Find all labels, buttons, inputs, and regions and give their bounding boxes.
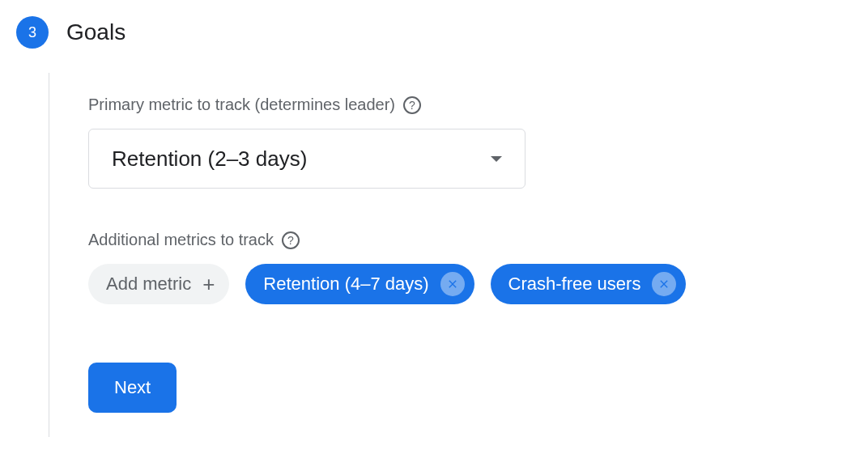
primary-metric-select[interactable]: Retention (2–3 days) [88,129,525,189]
metric-chip: Crash-free users [491,264,687,304]
step-body: Primary metric to track (determines lead… [49,73,852,437]
primary-metric-label-text: Primary metric to track (determines lead… [88,95,395,114]
add-metric-label: Add metric [106,274,191,295]
primary-metric-label: Primary metric to track (determines lead… [88,95,852,114]
additional-metrics-label-text: Additional metrics to track [88,231,274,249]
metric-chip-label: Crash-free users [508,274,641,295]
close-icon [446,278,459,291]
metric-chip: Retention (4–7 days) [245,264,474,304]
caret-down-icon [491,156,502,162]
metric-chip-label: Retention (4–7 days) [263,274,428,295]
step-title: Goals [66,19,126,45]
metrics-chips-row: Add metric + Retention (4–7 days) Crash-… [88,264,852,304]
help-icon[interactable]: ? [282,231,300,249]
additional-metrics-label: Additional metrics to track ? [88,231,852,249]
add-metric-chip[interactable]: Add metric + [88,264,229,304]
next-button[interactable]: Next [88,363,177,413]
help-icon[interactable]: ? [403,96,421,114]
remove-metric-button[interactable] [440,272,465,296]
primary-metric-value: Retention (2–3 days) [112,146,307,172]
plus-icon: + [202,274,215,295]
step-number-badge: 3 [16,16,49,49]
close-icon [657,278,670,291]
step-header: 3 Goals [16,16,852,49]
remove-metric-button[interactable] [652,272,676,296]
